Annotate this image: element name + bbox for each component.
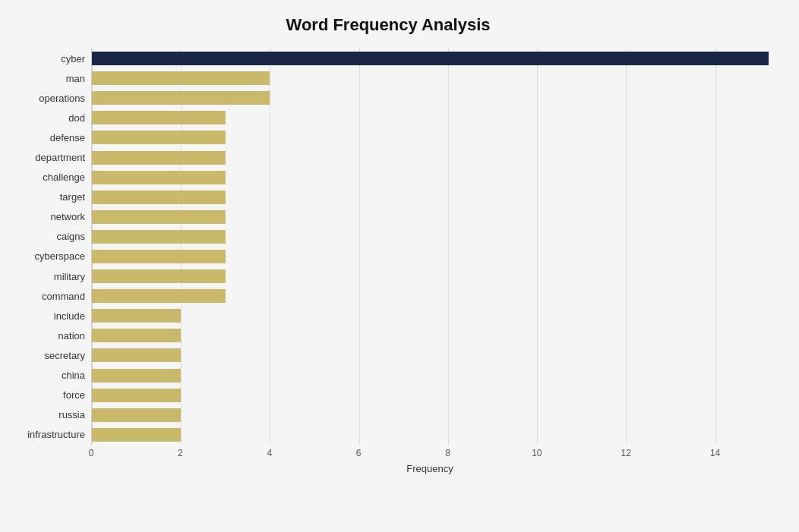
bar (92, 91, 270, 105)
bar-row (92, 228, 769, 245)
y-label: defense (50, 133, 85, 143)
x-tick-label: 2 (178, 448, 183, 458)
bar (92, 309, 181, 323)
bar-row (92, 327, 769, 344)
y-label: dod (68, 113, 85, 123)
x-tick-label: 0 (89, 448, 94, 458)
y-label: operations (39, 93, 85, 103)
y-label: cyberspace (35, 251, 85, 261)
x-axis-label: Frequency (91, 463, 769, 474)
y-label: command (42, 291, 85, 301)
bar (92, 131, 226, 144)
bar (92, 71, 270, 85)
y-label: challenge (43, 172, 85, 182)
y-label: department (35, 153, 85, 162)
bar (92, 269, 226, 283)
y-label: network (50, 212, 85, 222)
bar (92, 369, 181, 382)
bar-row (92, 109, 769, 126)
bar (92, 190, 226, 204)
bar-row (92, 347, 769, 364)
x-tick-label: 10 (532, 448, 542, 458)
y-label: russia (58, 410, 85, 420)
y-label: infrastructure (27, 430, 85, 439)
bar-row (92, 150, 769, 166)
chart-area: cybermanoperationsdoddefensedepartmentch… (8, 49, 769, 474)
bar-row (92, 248, 769, 265)
chart-title: Word Frequency Analysis (8, 15, 769, 35)
y-label: man (66, 74, 85, 83)
bar (92, 329, 181, 342)
bar-row (92, 209, 769, 225)
bar-row (92, 169, 769, 186)
bar (92, 230, 226, 244)
y-label: caigns (56, 231, 85, 241)
bar (92, 171, 226, 184)
x-tick-label: 6 (356, 448, 362, 458)
x-axis-area: 02468101214 Frequency (91, 445, 769, 474)
bar-row (92, 367, 769, 384)
y-label: military (54, 272, 85, 282)
bar (92, 428, 181, 442)
bar (92, 52, 769, 65)
x-tick-label: 8 (445, 448, 450, 458)
bar-row (92, 407, 769, 423)
plot-area: cybermanoperationsdoddefensedepartmentch… (8, 49, 769, 445)
y-label: force (63, 390, 85, 400)
bar-row (92, 189, 769, 206)
bar-row (92, 50, 769, 67)
x-ticks: 02468101214 (91, 445, 769, 460)
bar (92, 348, 181, 362)
bar (92, 210, 226, 224)
bar (92, 111, 226, 124)
chart-container: Word Frequency Analysis cybermanoperatio… (0, 0, 799, 532)
bar (92, 151, 226, 165)
bar (92, 250, 226, 263)
bar (92, 389, 181, 402)
y-label: include (54, 311, 85, 321)
bar-row (92, 90, 769, 106)
bars-and-grid (91, 49, 769, 445)
x-tick-label: 12 (621, 448, 631, 458)
bar-row (92, 307, 769, 324)
bar-row (92, 129, 769, 146)
y-label: secretary (45, 351, 85, 360)
y-label: china (62, 370, 85, 380)
y-label: nation (58, 331, 85, 341)
x-tick-label: 14 (710, 448, 720, 458)
bar (92, 289, 226, 303)
y-label: cyber (61, 54, 85, 64)
bar-row (92, 268, 769, 285)
bar (92, 408, 181, 422)
y-labels: cybermanoperationsdoddefensedepartmentch… (8, 49, 91, 445)
bar-row (92, 288, 769, 304)
y-label: target (60, 192, 85, 202)
bar-row (92, 427, 769, 443)
x-tick-label: 4 (267, 448, 272, 458)
bar-row (92, 387, 769, 404)
bar-row (92, 70, 769, 87)
